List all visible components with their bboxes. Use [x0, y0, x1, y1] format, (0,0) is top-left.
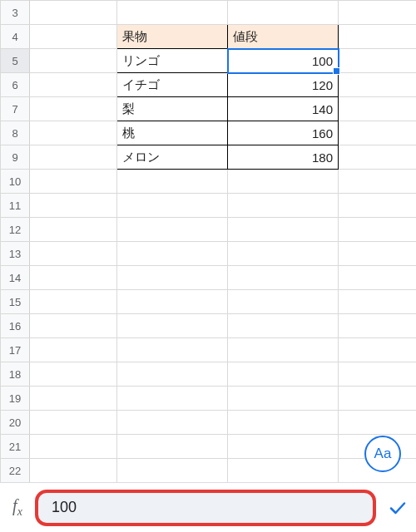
row-header[interactable]: 22 [1, 459, 30, 483]
cell[interactable] [117, 338, 228, 362]
cell[interactable] [339, 49, 417, 73]
spreadsheet-grid[interactable]: 34果物値段5リンゴ1006イチゴ1207梨1408桃1609メロン180101… [0, 0, 416, 482]
row-header[interactable]: 12 [1, 218, 30, 242]
cell-fruit[interactable]: 梨 [117, 97, 228, 121]
cell-price[interactable]: 120 [228, 73, 339, 97]
cell-fruit[interactable]: 桃 [117, 121, 228, 145]
row-header[interactable]: 3 [1, 1, 30, 25]
cell-fruit[interactable]: イチゴ [117, 73, 228, 97]
cell-price[interactable]: 180 [228, 145, 339, 170]
cell[interactable] [228, 194, 339, 218]
cell[interactable] [228, 170, 339, 194]
row-header[interactable]: 8 [1, 121, 30, 145]
cell[interactable] [339, 362, 417, 387]
cell[interactable] [339, 218, 417, 242]
cell[interactable] [228, 387, 339, 411]
cell[interactable] [228, 266, 339, 290]
cell[interactable] [228, 218, 339, 242]
cell[interactable] [30, 242, 117, 266]
cell[interactable] [30, 194, 117, 218]
cell[interactable] [339, 266, 417, 290]
cell[interactable] [228, 435, 339, 459]
cell[interactable] [339, 121, 417, 145]
cell[interactable] [117, 194, 228, 218]
cell[interactable] [339, 338, 417, 362]
cell[interactable] [30, 266, 117, 290]
row-header[interactable]: 18 [1, 362, 30, 387]
cell[interactable] [30, 459, 117, 483]
row-header[interactable]: 6 [1, 73, 30, 97]
row-header[interactable]: 9 [1, 145, 30, 170]
cell[interactable] [30, 97, 117, 121]
cell[interactable] [117, 411, 228, 435]
cell[interactable] [117, 242, 228, 266]
row-header[interactable]: 5 [1, 49, 30, 73]
row-header[interactable]: 10 [1, 170, 30, 194]
cell-price[interactable]: 140 [228, 97, 339, 121]
cell[interactable] [30, 49, 117, 73]
cell[interactable] [30, 387, 117, 411]
cell[interactable] [30, 121, 117, 145]
cell[interactable] [30, 362, 117, 387]
row-header[interactable]: 17 [1, 338, 30, 362]
cell[interactable] [339, 73, 417, 97]
cell[interactable] [117, 362, 228, 387]
cell[interactable] [30, 1, 117, 25]
row-header[interactable]: 11 [1, 194, 30, 218]
cell[interactable] [339, 97, 417, 121]
cell[interactable] [339, 387, 417, 411]
text-format-button[interactable]: Aa [364, 436, 401, 472]
cell[interactable] [30, 314, 117, 338]
cell[interactable] [228, 411, 339, 435]
cell[interactable] [339, 145, 417, 170]
cell[interactable] [339, 25, 417, 49]
row-header[interactable]: 4 [1, 25, 30, 49]
cell[interactable] [117, 435, 228, 459]
cell[interactable] [228, 290, 339, 314]
row-header[interactable]: 16 [1, 314, 30, 338]
cell[interactable] [117, 1, 228, 25]
cell-fruit[interactable]: メロン [117, 145, 228, 170]
cell-fruit[interactable]: リンゴ [117, 49, 228, 73]
row-header[interactable]: 14 [1, 266, 30, 290]
cell[interactable] [30, 411, 117, 435]
cell[interactable] [30, 73, 117, 97]
confirm-button[interactable] [379, 490, 416, 526]
cell[interactable] [30, 338, 117, 362]
cell[interactable] [30, 25, 117, 49]
cell[interactable] [339, 242, 417, 266]
row-header[interactable]: 21 [1, 435, 30, 459]
cell[interactable] [30, 218, 117, 242]
cell[interactable] [30, 145, 117, 170]
row-header[interactable]: 13 [1, 242, 30, 266]
row-header[interactable]: 7 [1, 97, 30, 121]
cell[interactable] [117, 387, 228, 411]
row-header[interactable]: 20 [1, 411, 30, 435]
cell[interactable] [30, 170, 117, 194]
row-header[interactable]: 19 [1, 387, 30, 411]
cell-price[interactable]: 160 [228, 121, 339, 145]
cell[interactable] [117, 218, 228, 242]
cell-price[interactable]: 100 [228, 49, 339, 73]
cell[interactable] [30, 435, 117, 459]
cell[interactable] [228, 459, 339, 483]
cell[interactable] [339, 1, 417, 25]
cell[interactable] [117, 290, 228, 314]
col-header-price[interactable]: 値段 [228, 25, 339, 49]
cell[interactable] [339, 194, 417, 218]
cell[interactable] [228, 362, 339, 387]
cell[interactable] [228, 1, 339, 25]
row-header[interactable]: 15 [1, 290, 30, 314]
cell[interactable] [117, 170, 228, 194]
cell[interactable] [228, 242, 339, 266]
formula-input[interactable] [50, 498, 361, 517]
cell[interactable] [228, 338, 339, 362]
cell[interactable] [30, 290, 117, 314]
cell[interactable] [117, 266, 228, 290]
col-header-fruit[interactable]: 果物 [117, 25, 228, 49]
cell[interactable] [339, 170, 417, 194]
cell[interactable] [339, 314, 417, 338]
cell[interactable] [339, 290, 417, 314]
cell[interactable] [117, 459, 228, 483]
cell[interactable] [228, 314, 339, 338]
